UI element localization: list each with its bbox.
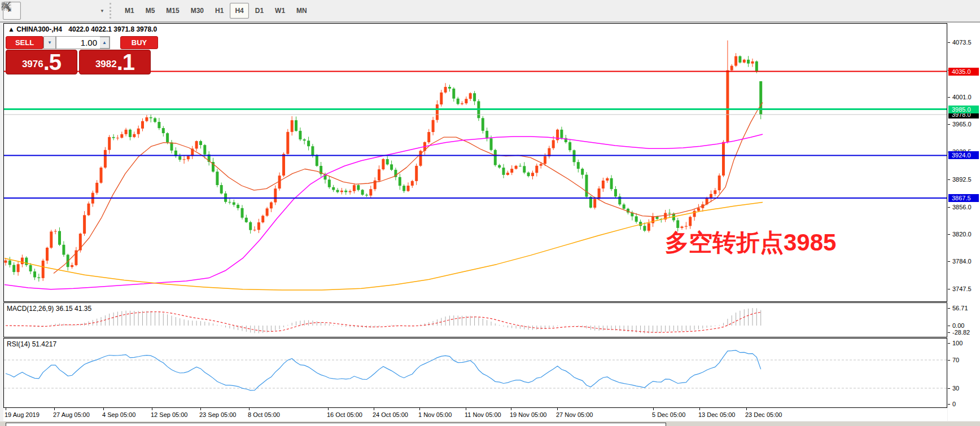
rsi-tick-label: 100 bbox=[952, 340, 963, 346]
axis-tick bbox=[948, 97, 950, 98]
text-label-icon[interactable]: T bbox=[60, 2, 78, 20]
buy-price-main: 3982 bbox=[95, 56, 117, 73]
price-tick-label: 3965.0 bbox=[952, 121, 972, 128]
axis-tick bbox=[948, 404, 950, 405]
axis-tick bbox=[948, 261, 950, 262]
axis-tick bbox=[948, 332, 950, 333]
sell-button[interactable]: SELL bbox=[6, 36, 43, 49]
time-label: 1 Nov 05:00 bbox=[418, 411, 452, 418]
time-tick bbox=[6, 408, 6, 410]
time-label: 12 Sep 05:00 bbox=[151, 411, 187, 418]
macd-tick-label: 0.00 bbox=[952, 322, 964, 329]
time-tick bbox=[200, 408, 201, 410]
price-line-label-4035.0: 4035.0 bbox=[948, 68, 979, 76]
axis-tick bbox=[948, 326, 950, 326]
macd-panel: MACD(12,26,9) 36.15 41.35 bbox=[3, 302, 947, 337]
axis-tick bbox=[948, 343, 950, 344]
macd-tick-label: -28.82 bbox=[952, 329, 970, 336]
time-label: 5 Dec 05:00 bbox=[652, 411, 685, 418]
quote-row: ▲ CHINA300-,H4 4022.0 4022.1 3971.8 3978… bbox=[8, 25, 157, 33]
rsi-tick-label: 30 bbox=[952, 385, 959, 392]
rsi-panel: RSI(14) 51.4217 bbox=[3, 338, 947, 408]
axis-tick bbox=[948, 42, 950, 43]
timeframe-button-h1[interactable]: H1 bbox=[210, 3, 229, 19]
time-label: 19 Aug 2019 bbox=[5, 411, 40, 418]
price-line-label-3985.0: 3985.0 bbox=[948, 106, 979, 113]
time-tick bbox=[699, 408, 700, 410]
timeframe-group: M1M5M15M30H1H4D1W1MN bbox=[119, 3, 313, 19]
price-line-label-3924.0: 3924.0 bbox=[948, 151, 979, 159]
time-tick bbox=[419, 408, 420, 410]
sell-price-display[interactable]: 3976.5 bbox=[6, 50, 77, 74]
time-tick bbox=[746, 408, 747, 410]
main-chart-panel: ▲ CHINA300-,H4 4022.0 4022.1 3971.8 3978… bbox=[3, 23, 947, 302]
rsi-chart bbox=[4, 339, 947, 407]
time-label: 27 Aug 05:00 bbox=[53, 411, 90, 418]
time-tick bbox=[557, 408, 558, 410]
mt4-window: E F A T bbox=[0, 0, 980, 426]
time-label: 23 Sep 05:00 bbox=[199, 411, 236, 418]
price-tick-label: 4001.0 bbox=[952, 94, 972, 100]
axis-tick bbox=[948, 308, 950, 309]
time-tick bbox=[374, 408, 374, 410]
time-tick bbox=[152, 408, 152, 410]
time-label: 27 Nov 05:00 bbox=[556, 411, 593, 418]
axis-tick bbox=[948, 179, 950, 180]
timeframe-button-h4[interactable]: H4 bbox=[230, 3, 248, 19]
time-axis[interactable]: 19 Aug 201927 Aug 05:004 Sep 05:0012 Sep… bbox=[3, 408, 947, 421]
ohlc-readout: 4022.0 4022.1 3971.8 3978.0 bbox=[68, 25, 157, 33]
bottom-window-strip bbox=[0, 421, 980, 426]
objects-dropdown-caret-icon[interactable]: ▼ bbox=[98, 2, 106, 19]
time-tick bbox=[54, 408, 55, 410]
time-tick bbox=[653, 408, 654, 410]
time-label: 23 Dec 05:00 bbox=[745, 411, 782, 418]
time-tick bbox=[466, 408, 466, 410]
time-label: 13 Dec 05:00 bbox=[698, 411, 735, 418]
timeframe-button-m1[interactable]: M1 bbox=[120, 3, 139, 19]
time-label: 11 Nov 05:00 bbox=[465, 411, 501, 418]
timeframe-button-mn[interactable]: MN bbox=[291, 3, 312, 19]
axis-tick bbox=[948, 360, 950, 361]
price-axis[interactable]: 4073.54037.04001.03965.03928.53892.53856… bbox=[948, 23, 980, 421]
buy-button[interactable]: BUY bbox=[120, 36, 158, 49]
chart-annotation-text: 多空转折点3985 bbox=[665, 227, 836, 258]
time-tick bbox=[103, 408, 104, 410]
price-tick-label: 3856.0 bbox=[952, 204, 972, 210]
price-tick-label: 3747.5 bbox=[952, 286, 972, 292]
timeframe-button-m5[interactable]: M5 bbox=[141, 3, 160, 19]
time-tick bbox=[511, 408, 511, 410]
price-tick-label: 4073.5 bbox=[952, 39, 972, 46]
axis-tick bbox=[948, 289, 950, 289]
font-icon[interactable]: A bbox=[41, 2, 59, 20]
price-tick-label: 3892.5 bbox=[952, 176, 972, 183]
axis-tick bbox=[948, 207, 950, 208]
axis-tick bbox=[948, 388, 950, 389]
timeframe-button-m15[interactable]: M15 bbox=[161, 3, 184, 19]
macd-label: MACD(12,26,9) 36.15 41.35 bbox=[7, 305, 91, 313]
toolbar: E F A T bbox=[0, 0, 980, 23]
time-label: 8 Oct 05:00 bbox=[248, 411, 280, 418]
rsi-label: RSI(14) 51.4217 bbox=[7, 340, 56, 348]
macd-chart bbox=[4, 303, 947, 337]
time-tick bbox=[328, 408, 329, 410]
time-label: 19 Nov 05:00 bbox=[510, 411, 546, 418]
toolbar-separator bbox=[110, 3, 116, 19]
volume-up-button[interactable]: ▲ bbox=[100, 37, 110, 49]
rsi-tick-label: 70 bbox=[952, 357, 959, 363]
timeframe-button-d1[interactable]: D1 bbox=[250, 3, 269, 19]
buy-price-display[interactable]: 3982.1 bbox=[79, 50, 151, 74]
grid-icon[interactable]: F bbox=[22, 2, 40, 20]
timeframe-button-w1[interactable]: W1 bbox=[270, 3, 290, 19]
objects-arrows-icon[interactable] bbox=[80, 2, 98, 20]
axis-tick bbox=[948, 124, 950, 125]
sell-price-main: 3976 bbox=[22, 56, 43, 73]
axis-tick bbox=[948, 234, 950, 235]
collapse-icon[interactable]: ▲ bbox=[8, 25, 15, 33]
time-label: 4 Sep 05:00 bbox=[102, 411, 135, 418]
price-tick-label: 3784.0 bbox=[952, 258, 972, 265]
volume-down-button[interactable]: ▼ bbox=[43, 36, 56, 49]
symbol-label: CHINA300-,H4 bbox=[16, 25, 62, 33]
buy-price-big: .1 bbox=[117, 51, 134, 73]
time-label: 24 Oct 05:00 bbox=[373, 411, 408, 418]
timeframe-button-m30[interactable]: M30 bbox=[186, 3, 209, 19]
